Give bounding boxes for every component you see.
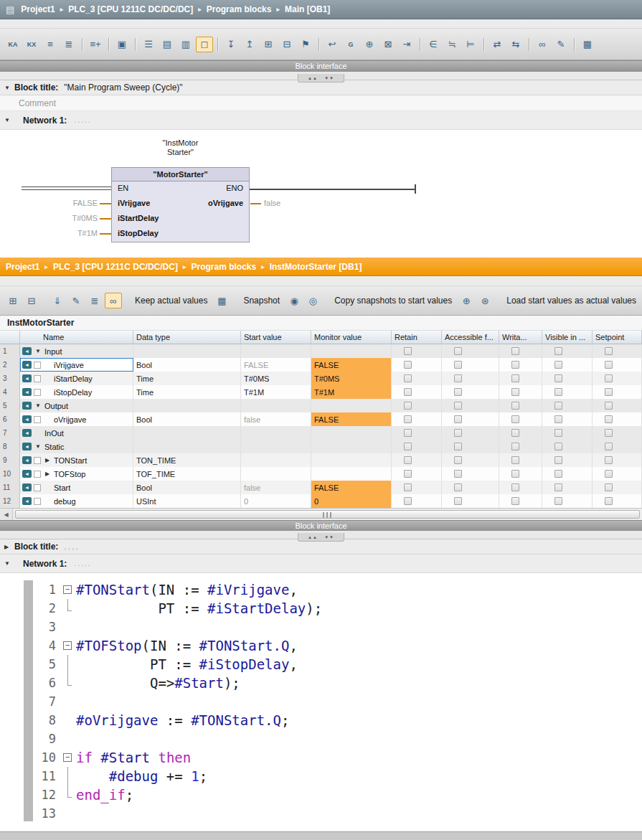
scrollbar-grip[interactable] — [323, 512, 333, 518]
keep-actual-values-button[interactable]: Keep actual values — [135, 296, 207, 306]
table-row[interactable]: 12◄debugUSInt00 — [0, 494, 642, 508]
modify-icon[interactable]: ✎ — [552, 37, 570, 52]
setpoint-checkbox[interactable] — [605, 415, 613, 423]
data-type-cell[interactable]: USInt — [133, 494, 241, 508]
splitter-up-icon[interactable]: ▲▲ — [308, 535, 318, 539]
setpoint-checkbox[interactable] — [605, 456, 613, 464]
open-all-networks-icon[interactable]: ☰ — [140, 37, 157, 52]
network-title-placeholder[interactable]: ..... — [74, 560, 91, 567]
accessible-checkbox[interactable] — [454, 443, 462, 450]
start-value-cell[interactable] — [241, 440, 311, 453]
set-bookmark-icon[interactable]: ⚑ — [297, 37, 314, 52]
scroll-left-icon[interactable]: ◀ — [0, 509, 13, 520]
visible-checkbox[interactable] — [554, 347, 562, 355]
column-header-writa[interactable]: Writa... — [499, 331, 542, 344]
accessible-checkbox[interactable] — [454, 470, 462, 478]
block-properties-icon[interactable]: ▦ — [579, 37, 596, 52]
code-line[interactable]: 6 Q=>#Start); — [0, 674, 642, 692]
visible-checkbox[interactable] — [554, 361, 562, 369]
table-row[interactable]: 4◄iStopDelayTimeT#1MT#1M — [0, 385, 642, 399]
symbolic-operands-icon[interactable]: KX — [23, 37, 40, 52]
code-text[interactable]: #TOFStop(IN := #TONStart.Q, — [76, 636, 298, 655]
network-1-header[interactable]: ▼ Network 1: ..... — [0, 111, 642, 130]
fold-collapse-icon[interactable]: − — [63, 585, 72, 594]
start-value-cell[interactable] — [241, 467, 311, 481]
network-title-placeholder[interactable]: ..... — [74, 116, 91, 124]
goto-next-network-icon[interactable]: ↧ — [222, 37, 240, 52]
insert-row-icon[interactable]: ⊕ — [361, 37, 378, 52]
retain-checkbox[interactable] — [404, 483, 412, 491]
block-title-placeholder[interactable]: .... — [64, 542, 79, 552]
collapse-icon[interactable]: ▼ — [34, 443, 42, 450]
table-row[interactable]: 7◄InOut — [0, 426, 642, 440]
network-comments-toggle-icon[interactable]: ≣ — [60, 37, 77, 52]
setpoint-checkbox[interactable] — [605, 402, 613, 410]
start-value-cell[interactable]: false — [241, 412, 311, 426]
code-text[interactable]: PT := #iStartDelay); — [76, 599, 322, 618]
start-value-cell[interactable]: FALSE — [241, 358, 311, 372]
collapse-icon[interactable]: ▼ — [4, 560, 23, 567]
collapse-icon[interactable]: ▼ — [4, 117, 23, 123]
output-value-label[interactable]: false — [264, 199, 280, 207]
keep-actual-values-icon[interactable]: ▦ — [213, 293, 230, 308]
retain-checkbox[interactable] — [404, 429, 412, 437]
expanded-view-icon[interactable]: ≣ — [86, 293, 103, 308]
start-value-cell[interactable]: T#0MS — [241, 372, 311, 385]
start-value-cell[interactable] — [241, 453, 311, 467]
expand-icon[interactable]: ▶ — [4, 544, 14, 550]
name-cell[interactable]: ◄InOut — [20, 426, 133, 440]
goto-syntax-error-icon[interactable]: ⇥ — [398, 37, 415, 52]
setpoint-checkbox[interactable] — [605, 361, 613, 369]
retain-checkbox[interactable] — [404, 347, 412, 355]
splitter-handle[interactable]: ▲▲ ▼▼ — [298, 533, 344, 542]
table-row[interactable]: 6◄oVrijgaveBoolfalseFALSE — [0, 412, 642, 426]
accessible-checkbox[interactable] — [454, 415, 462, 423]
accessible-checkbox[interactable] — [454, 374, 462, 382]
function-block-motorstarter[interactable]: "MotorStarter" EN iVrijgave iStartDelay … — [111, 167, 250, 242]
absolute-operands-icon[interactable]: KA — [4, 37, 22, 52]
accessible-checkbox[interactable] — [454, 347, 462, 355]
data-type-cell[interactable]: Bool — [133, 412, 241, 426]
code-line[interactable]: 3 — [0, 618, 642, 636]
retain-checkbox[interactable] — [404, 470, 412, 478]
fold-collapse-icon[interactable]: − — [63, 641, 72, 650]
name-cell[interactable]: ◄▶TONStart — [20, 453, 133, 467]
consistency-check-icon[interactable]: ⊨ — [462, 37, 479, 52]
code-line[interactable]: 13 — [0, 804, 642, 823]
code-text[interactable]: #TONStart(IN := #iVrijgave, — [76, 580, 298, 599]
goto-previous-network-icon[interactable]: ↥ — [241, 37, 258, 52]
network-titles-toggle-icon[interactable]: ≡ — [42, 37, 59, 52]
code-line[interactable]: 1−#TONStart(IN := #iVrijgave, — [0, 580, 642, 599]
retain-checkbox[interactable] — [404, 497, 412, 505]
splitter-handle[interactable]: ▲▲ ▼▼ — [298, 74, 344, 82]
code-text[interactable]: #oVrijgave := #TONStart.Q; — [76, 711, 289, 730]
start-value-cell[interactable]: 0 — [241, 494, 311, 508]
eno-pin[interactable]: ENO — [226, 184, 243, 192]
start-value-cell[interactable]: false — [241, 481, 311, 494]
breadcrumb-item[interactable]: PLC_3 [CPU 1211C DC/DC/DC] — [53, 262, 178, 272]
name-cell[interactable]: ◄Start — [20, 481, 133, 494]
insert-row-icon[interactable]: ⊞ — [4, 293, 22, 308]
name-cell[interactable]: ◄▶TOFStop — [20, 467, 133, 481]
breadcrumb-item[interactable]: Project1 — [6, 262, 39, 272]
code-text[interactable]: if #Start then — [76, 748, 191, 767]
collapse-icon[interactable]: ▼ — [4, 85, 14, 91]
expand-icon[interactable]: ▶ — [43, 457, 52, 463]
block-interface-bar[interactable]: Block interface — [0, 60, 642, 72]
splitter-down-icon[interactable]: ▼▼ — [324, 535, 334, 539]
call-structure-icon[interactable]: ↩ — [324, 37, 341, 52]
data-type-cell[interactable] — [133, 344, 241, 358]
setpoint-checkbox[interactable] — [605, 388, 613, 396]
code-line[interactable]: 4−#TOFStop(IN := #TONStart.Q, — [0, 636, 642, 655]
data-type-cell[interactable]: Time — [133, 372, 241, 385]
compare-icon[interactable]: ≒ — [443, 37, 461, 52]
edit-icon[interactable]: ✎ — [67, 293, 85, 308]
data-type-cell[interactable] — [133, 426, 241, 440]
copy-snapshots-to-start-values-button[interactable]: Copy snapshots to start values — [334, 296, 452, 306]
absolute-info-icon[interactable]: ▥ — [177, 37, 194, 52]
visible-checkbox[interactable] — [554, 456, 562, 464]
start-value-cell[interactable]: T#1M — [241, 385, 311, 399]
column-header-start-value[interactable]: Start value — [241, 331, 311, 344]
name-cell[interactable]: ◄iStopDelay — [20, 385, 133, 399]
collapse-statements-icon[interactable]: ⊟ — [278, 37, 296, 52]
